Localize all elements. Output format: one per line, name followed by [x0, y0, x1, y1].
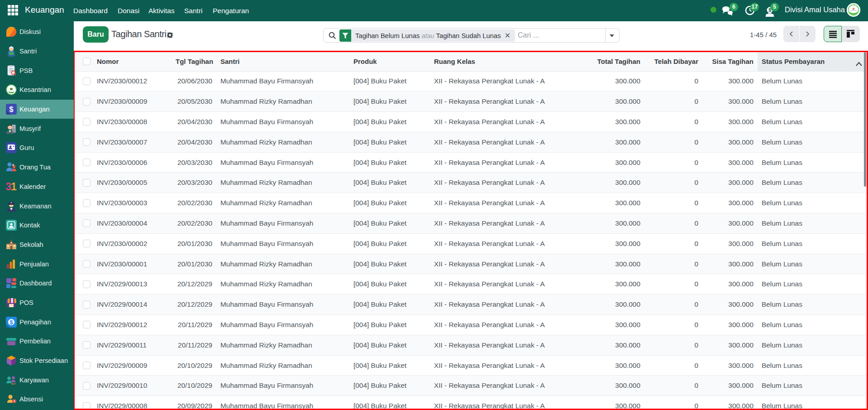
svg-text:$: $	[10, 106, 14, 113]
svg-text:1: 1	[11, 181, 17, 193]
svg-text:$: $	[10, 319, 13, 326]
